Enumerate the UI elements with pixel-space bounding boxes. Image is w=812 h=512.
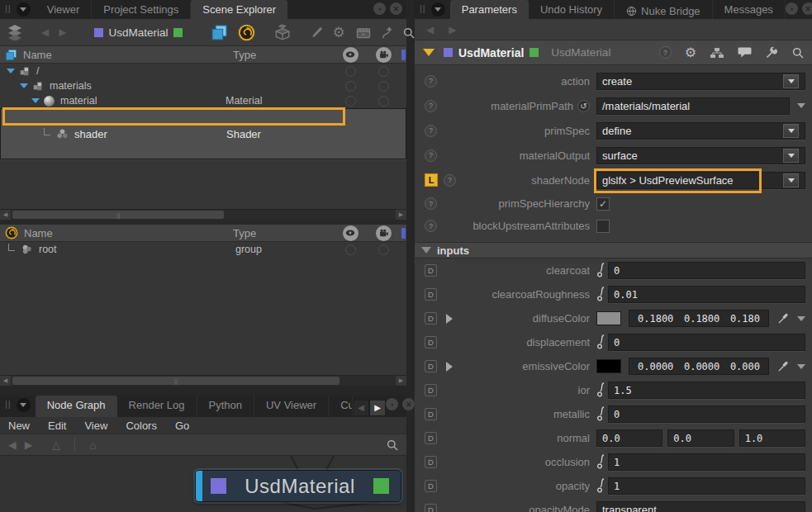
render-toggle[interactable]	[378, 244, 389, 255]
back-button[interactable]: ◀	[38, 26, 52, 38]
menu-colors[interactable]: Colors	[126, 420, 157, 432]
forward-button[interactable]: ▶	[55, 26, 69, 38]
color-swatch[interactable]	[596, 311, 621, 325]
tree-row-materials[interactable]: materials	[0, 78, 406, 93]
tab-scroll-right[interactable]: ▶	[369, 400, 386, 416]
clapperboard-icon[interactable]	[355, 24, 372, 40]
visibility-toggle[interactable]	[345, 244, 356, 255]
close-pane-button[interactable]: ✕	[802, 2, 812, 15]
type-column-header[interactable]: Type	[233, 227, 334, 239]
visibility-toggle[interactable]	[345, 66, 356, 77]
name-column-header[interactable]: Name	[0, 226, 233, 239]
horizontal-scrollbar[interactable]: ◀ || ▶	[0, 209, 406, 220]
visibility-column-header[interactable]	[334, 225, 367, 241]
export-box-icon[interactable]	[273, 23, 292, 41]
help-icon[interactable]: ?	[659, 46, 672, 59]
displacement-input[interactable]: 0	[608, 334, 805, 351]
shaderNode-dropdown[interactable]: glslfx > UsdPreviewSurface	[596, 172, 805, 189]
animation-curve-icon[interactable]	[596, 263, 605, 278]
render-toggle[interactable]	[378, 81, 389, 92]
pane-menu-button[interactable]	[17, 2, 31, 17]
dropdown-arrow-icon[interactable]	[783, 124, 799, 138]
renderer-swirl-icon[interactable]	[238, 24, 255, 41]
search-icon[interactable]	[791, 46, 804, 59]
clearcoatRoughness-input[interactable]: 0.01	[608, 286, 805, 303]
forward-button[interactable]: ▶	[445, 24, 459, 36]
scroll-right-arrow[interactable]: ▶	[396, 210, 406, 220]
visibility-toggle[interactable]	[340, 129, 350, 140]
node-input-bar[interactable]	[196, 471, 202, 501]
visibility-column-header[interactable]	[334, 47, 367, 63]
render-column-header[interactable]	[367, 47, 400, 63]
scroll-right-arrow[interactable]: ▶	[396, 376, 406, 386]
expand-arrow-icon[interactable]	[20, 83, 28, 88]
help-icon[interactable]: ?	[425, 100, 437, 112]
action-dropdown[interactable]: create	[596, 73, 805, 90]
collapse-triangle-icon[interactable]	[423, 49, 434, 56]
animation-curve-icon[interactable]	[596, 382, 605, 398]
scroll-thumb[interactable]: ||	[12, 211, 224, 219]
tab-nuke-bridge[interactable]: Nuke Bridge	[615, 0, 713, 19]
help-icon[interactable]: ?	[425, 220, 437, 232]
animation-curve-icon[interactable]	[596, 406, 605, 422]
revert-icon[interactable]: ↺	[577, 100, 590, 112]
blockUpstreamAttributes-checkbox[interactable]	[596, 220, 610, 233]
usdmaterial-node[interactable]: UsdMaterial	[195, 470, 401, 502]
wrench-icon[interactable]	[765, 46, 778, 59]
materialPrimPath-input[interactable]: /materials/material	[596, 97, 790, 115]
tab-scroll-left[interactable]: ◀	[353, 400, 369, 416]
tree-row-root-slash[interactable]: /	[0, 64, 406, 78]
occlusion-input[interactable]: 1	[608, 453, 805, 471]
render-toggle[interactable]	[378, 66, 389, 77]
animation-curve-icon[interactable]	[596, 478, 605, 494]
dropdown-arrow-icon[interactable]	[797, 103, 805, 108]
pencil-icon[interactable]	[310, 25, 325, 40]
animation-curve-icon[interactable]	[596, 334, 605, 350]
render-toggle[interactable]	[373, 129, 383, 140]
emissiveColor-values[interactable]: 0.0000 0.0000 0.000	[629, 358, 769, 375]
animation-curve-icon[interactable]	[596, 454, 605, 470]
search-icon[interactable]	[402, 26, 415, 39]
close-pane-button[interactable]: ✕	[402, 398, 415, 410]
materialOutput-dropdown[interactable]: surface	[596, 147, 805, 164]
pane-menu-button[interactable]	[431, 2, 445, 17]
float-pane-button[interactable]: ▪	[373, 2, 386, 15]
menu-new[interactable]: New	[8, 420, 30, 432]
help-icon[interactable]: ?	[425, 125, 437, 137]
dropdown-arrow-icon[interactable]	[783, 173, 799, 187]
help-icon[interactable]: ?	[425, 149, 437, 162]
menu-edit[interactable]: Edit	[48, 420, 66, 432]
help-icon[interactable]: ?	[425, 197, 437, 210]
dropdown-arrow-icon[interactable]	[797, 364, 805, 369]
tab-undo-history[interactable]: Undo History	[529, 0, 615, 19]
animation-curve-icon[interactable]	[596, 287, 605, 302]
name-column-header[interactable]: Name	[0, 49, 233, 61]
primSpecHierarchy-checkbox[interactable]: ✓	[596, 197, 610, 211]
type-column-header[interactable]: Type	[233, 49, 334, 61]
diffuseColor-values[interactable]: 0.1800 0.1800 0.180	[629, 310, 769, 327]
dropdown-arrow-icon[interactable]	[797, 316, 805, 321]
up-triangle-button[interactable]: △	[52, 439, 60, 451]
tab-curve-editor[interactable]: Curve E	[329, 396, 353, 417]
tab-messages[interactable]: Messages	[713, 0, 786, 19]
node-hierarchy-icon[interactable]	[710, 47, 724, 59]
dropdown-arrow-icon[interactable]	[783, 74, 799, 88]
curve-flag-icon[interactable]	[380, 25, 396, 40]
home-icon[interactable]: ⌂	[89, 439, 96, 452]
normal-z-input[interactable]: 1.0	[739, 429, 805, 447]
visibility-toggle[interactable]	[345, 81, 356, 92]
opacity-input[interactable]: 1	[608, 477, 805, 495]
tab-uv-viewer[interactable]: UV Viewer	[254, 396, 329, 417]
tree-row-shader-selected[interactable]: shader Shader	[0, 108, 406, 159]
render-toggle[interactable]	[378, 96, 389, 107]
search-icon[interactable]	[386, 439, 398, 451]
visibility-toggle[interactable]	[345, 96, 356, 107]
tab-viewer[interactable]: Viewer	[36, 0, 93, 19]
primSpec-dropdown[interactable]: define	[596, 122, 805, 140]
menu-view[interactable]: View	[84, 420, 107, 432]
horizontal-scrollbar[interactable]: ◀ || ▶	[0, 375, 406, 386]
back-button[interactable]: ◀	[8, 439, 17, 451]
layers-icon[interactable]	[7, 24, 23, 40]
normal-y-input[interactable]: 0.0	[667, 429, 734, 447]
tree-row-material[interactable]: material Material	[0, 93, 406, 108]
